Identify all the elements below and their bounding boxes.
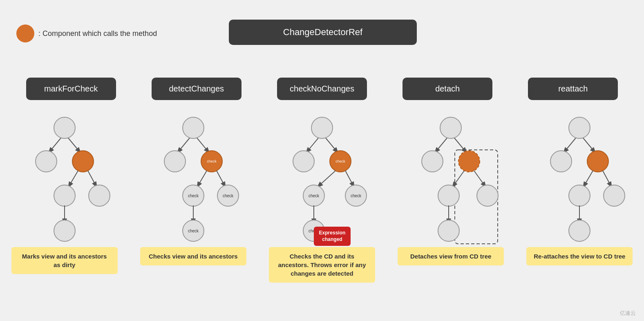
legend-text: : Component which calls the method	[38, 29, 157, 38]
desc-checkNoChanges: Checks the CD and its ancestors. Throws …	[269, 247, 375, 283]
svg-point-52	[477, 185, 498, 206]
svg-point-63	[604, 185, 625, 206]
change-detector-ref-box: ChangeDetectorRef	[229, 20, 417, 45]
svg-point-57	[569, 117, 590, 138]
desc-markForCheck: Marks view and its ancestors as dirty	[11, 247, 118, 274]
legend-orange-circle	[16, 25, 34, 42]
method-detectChanges: detectChanges	[152, 78, 242, 100]
svg-point-54	[438, 220, 459, 241]
svg-point-14	[183, 117, 204, 138]
tree-checkNoChanges: check check check check ⚡	[277, 116, 367, 243]
desc-detectChanges: Checks view and its ancestors	[140, 247, 246, 265]
tree-detach	[404, 116, 498, 243]
diagram-checkNoChanges: check check check check ⚡ Expression cha…	[261, 116, 383, 283]
svg-line-49	[453, 171, 464, 187]
tree-markForCheck	[24, 116, 105, 243]
svg-line-6	[69, 171, 78, 187]
svg-point-59	[587, 151, 608, 172]
svg-line-60	[584, 171, 593, 187]
svg-point-30	[293, 151, 314, 172]
svg-point-9	[89, 185, 110, 206]
desc-detach: Detaches view from CD tree	[398, 247, 504, 265]
diagram-reattach: Re-attaches the view to CD tree	[518, 116, 641, 283]
svg-text:check: check	[188, 194, 199, 198]
diagram-detach: Detaches view from CD tree	[389, 116, 512, 283]
svg-point-65	[569, 220, 590, 241]
legend: : Component which calls the method	[16, 25, 157, 42]
svg-point-11	[54, 220, 75, 241]
svg-point-51	[438, 185, 459, 206]
tree-reattach	[539, 116, 620, 243]
desc-reattach: Re-attaches the view to CD tree	[526, 247, 633, 265]
svg-line-34	[345, 171, 354, 187]
svg-line-50	[474, 171, 485, 187]
svg-line-33	[318, 171, 335, 187]
svg-point-47	[458, 151, 480, 172]
svg-point-8	[54, 185, 75, 206]
expression-changed-box: Expression changed	[314, 227, 351, 246]
method-detach: detach	[402, 78, 492, 100]
svg-line-7	[88, 171, 96, 187]
svg-point-3	[54, 117, 75, 138]
svg-point-5	[72, 151, 94, 172]
tree-detectChanges: check check check check	[152, 116, 234, 243]
svg-point-45	[440, 117, 461, 138]
diagrams-row: Marks view and its ancestors as dirty ch…	[0, 116, 644, 283]
watermark: 亿速云	[620, 310, 636, 317]
svg-point-62	[569, 185, 590, 206]
method-checkNoChanges: checkNoChanges	[277, 78, 367, 100]
svg-text:check: check	[207, 159, 217, 163]
diagram-markForCheck: Marks view and its ancestors as dirty	[3, 116, 126, 283]
diagram-detectChanges: check check check check Checks view and …	[132, 116, 255, 283]
method-markForCheck: markForCheck	[26, 78, 116, 100]
svg-point-4	[36, 151, 57, 172]
page: : Component which calls the method Chang…	[0, 0, 644, 321]
svg-point-15	[164, 151, 186, 172]
svg-point-29	[311, 117, 333, 138]
svg-text:check: check	[335, 159, 345, 163]
svg-text:check: check	[309, 194, 320, 198]
svg-text:check: check	[223, 194, 234, 198]
svg-line-61	[603, 171, 611, 187]
svg-text:check: check	[351, 194, 362, 198]
svg-line-19	[217, 171, 225, 187]
svg-point-58	[550, 151, 572, 172]
methods-row: markForCheck detectChanges checkNoChange…	[8, 78, 636, 100]
svg-line-18	[197, 171, 207, 187]
svg-point-46	[422, 151, 443, 172]
svg-text:check: check	[188, 229, 199, 233]
method-reattach: reattach	[528, 78, 618, 100]
